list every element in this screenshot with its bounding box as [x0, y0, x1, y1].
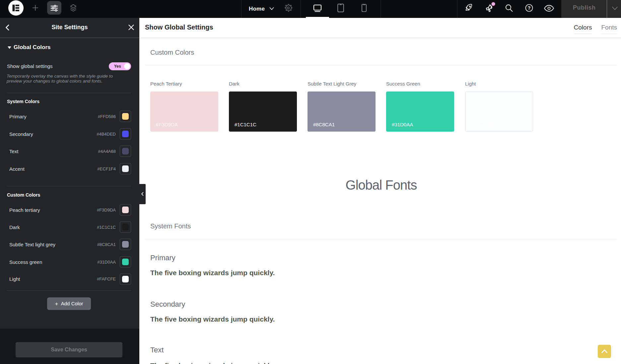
svg-text:?: ?: [528, 5, 531, 11]
